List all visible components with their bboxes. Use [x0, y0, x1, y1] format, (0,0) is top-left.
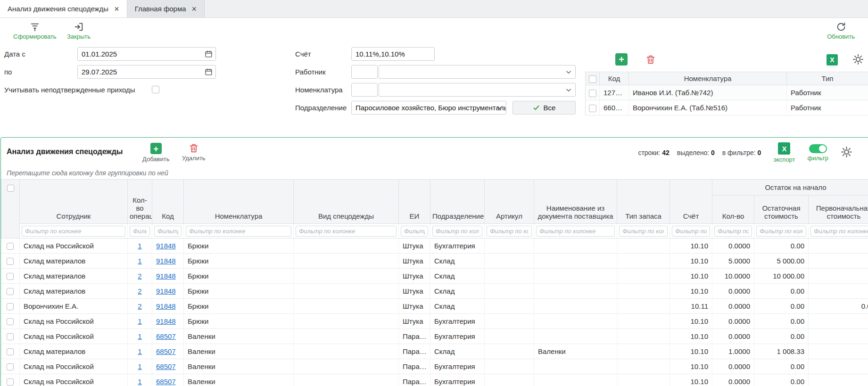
grid-filter-toggle[interactable]: фильтр — [808, 142, 828, 162]
column-header-code[interactable]: Код — [600, 72, 629, 85]
column-header-stock-type[interactable]: Тип запаса — [617, 180, 670, 224]
column-header-initial-cost[interactable]: Первоначальная стоимость — [809, 196, 868, 224]
nomenclature-code-input[interactable] — [352, 83, 377, 96]
gear-icon[interactable] — [852, 54, 864, 65]
column-filter-input[interactable] — [487, 226, 532, 237]
column-filter-input[interactable] — [296, 226, 397, 237]
column-filter-input[interactable] — [672, 226, 710, 237]
generate-button[interactable]: Сформировать — [13, 22, 57, 40]
column-header-article[interactable]: Артикул — [485, 180, 534, 224]
chevron-down-icon[interactable] — [496, 105, 503, 111]
tab-close-icon[interactable]: × — [192, 5, 197, 13]
worker-input[interactable] — [379, 66, 561, 78]
row-checkbox[interactable] — [7, 258, 14, 265]
row-checkbox[interactable] — [7, 348, 14, 355]
code-link[interactable]: 91848 — [156, 302, 176, 310]
chevron-down-icon[interactable] — [565, 69, 572, 75]
calendar-icon[interactable] — [205, 50, 213, 58]
operations-count-link[interactable]: 1 — [138, 332, 141, 340]
column-filter-input[interactable] — [401, 226, 428, 237]
add-button[interactable]: + — [615, 53, 628, 66]
row-checkbox[interactable] — [7, 363, 14, 370]
column-filter-input[interactable] — [536, 226, 615, 237]
operations-count-link[interactable]: 1 — [138, 257, 141, 265]
column-header-workwear-kind[interactable]: Вид спецодежды — [294, 180, 399, 224]
unconfirmed-checkbox[interactable] — [152, 86, 159, 93]
column-filter-input[interactable] — [130, 226, 150, 237]
toggle-on-icon[interactable] — [809, 144, 827, 153]
column-header-nomenclature[interactable]: Номенклатура — [629, 72, 787, 85]
column-header-code[interactable]: Код — [152, 180, 184, 224]
operations-count-link[interactable]: 2 — [138, 302, 141, 310]
column-header-unit[interactable]: ЕИ — [399, 180, 430, 224]
row-checkbox[interactable] — [7, 243, 14, 250]
date-from-input[interactable] — [77, 47, 216, 61]
column-header-account[interactable]: Счёт — [670, 180, 712, 224]
row-checkbox[interactable] — [589, 105, 596, 112]
grid-export-button[interactable]: X экспорт — [773, 142, 795, 163]
close-form-button[interactable]: Закрыть — [67, 22, 91, 40]
column-filter-input[interactable] — [186, 226, 291, 237]
calendar-icon[interactable] — [205, 68, 213, 76]
group-drop-zone[interactable]: Перетащите сюда колонку для группировки … — [1, 167, 868, 179]
account-input[interactable] — [351, 47, 435, 61]
department-select[interactable]: Паросиловое хозяйство, Бюро инструментал… — [351, 101, 506, 115]
operations-count-link[interactable]: 1 — [138, 347, 141, 355]
gear-icon[interactable] — [841, 146, 852, 158]
grid-delete-button[interactable]: Удалить — [182, 143, 206, 162]
column-header-residual-cost[interactable]: Остаточная стоимость — [754, 196, 809, 224]
operations-count-link[interactable]: 1 — [138, 317, 141, 325]
tab-analysis[interactable]: Анализ движения спецодежды × — [0, 0, 127, 17]
column-header-qty[interactable]: Кол-во — [712, 196, 754, 224]
code-link[interactable]: 91848 — [156, 317, 176, 325]
code-link[interactable]: 91848 — [156, 257, 176, 265]
column-filter-input[interactable] — [154, 226, 182, 237]
refresh-button[interactable]: Обновить — [827, 22, 855, 40]
chevron-down-icon[interactable] — [565, 87, 572, 93]
code-link[interactable]: 91848 — [156, 272, 176, 280]
code-link[interactable]: 68507 — [156, 347, 176, 355]
column-filter-input[interactable] — [619, 226, 668, 237]
code-link[interactable]: 91848 — [156, 287, 176, 295]
column-filter-input[interactable] — [810, 226, 868, 237]
code-link[interactable]: 68507 — [156, 332, 176, 340]
column-header-type[interactable]: Тип — [787, 72, 868, 85]
tab-close-icon[interactable]: × — [114, 5, 119, 13]
excel-export-button[interactable]: X — [827, 54, 838, 66]
row-checkbox[interactable] — [589, 90, 596, 97]
row-checkbox[interactable] — [7, 303, 14, 310]
row-checkbox[interactable] — [7, 333, 14, 340]
delete-trash-icon[interactable] — [645, 54, 656, 65]
row-checkbox[interactable] — [7, 288, 14, 295]
column-filter-input[interactable] — [714, 226, 752, 237]
nomenclature-input[interactable] — [379, 83, 561, 96]
column-filter-input[interactable] — [22, 226, 125, 237]
operations-count-link[interactable]: 2 — [138, 272, 141, 280]
tab-main-form[interactable]: Главная форма × — [127, 0, 205, 17]
column-header-nomenclature[interactable]: Номенклатура — [184, 180, 294, 224]
column-filter-input[interactable] — [756, 226, 806, 237]
operations-count-link[interactable]: 2 — [138, 287, 141, 295]
select-all-button[interactable]: Все — [513, 101, 576, 115]
column-header-operations[interactable]: Кол-во операций — [128, 180, 152, 224]
row-checkbox[interactable] — [7, 378, 14, 386]
operations-count-link[interactable]: 1 — [138, 362, 141, 370]
header-checkbox[interactable] — [7, 185, 14, 192]
column-header-department[interactable]: Подразделение — [430, 180, 485, 224]
worker-select[interactable] — [379, 65, 576, 79]
column-header-supplier-doc-name[interactable]: Наименование из документа поставщика — [534, 180, 617, 224]
code-link[interactable]: 68507 — [156, 378, 176, 386]
operations-count-link[interactable]: 1 — [138, 242, 141, 250]
nomenclature-select[interactable] — [379, 83, 576, 97]
header-checkbox[interactable] — [589, 75, 596, 83]
row-checkbox[interactable] — [7, 318, 14, 325]
column-filter-input[interactable] — [432, 226, 482, 237]
column-header-employee[interactable]: Сотрудник — [20, 180, 128, 224]
row-checkbox[interactable] — [7, 273, 14, 280]
operations-count-link[interactable]: 1 — [138, 378, 141, 386]
code-link[interactable]: 68507 — [156, 362, 176, 370]
grid-add-button[interactable]: + Добавить — [142, 143, 169, 163]
worker-code-input[interactable] — [352, 66, 377, 78]
date-to-input[interactable] — [77, 65, 216, 79]
code-link[interactable]: 91848 — [156, 242, 176, 250]
